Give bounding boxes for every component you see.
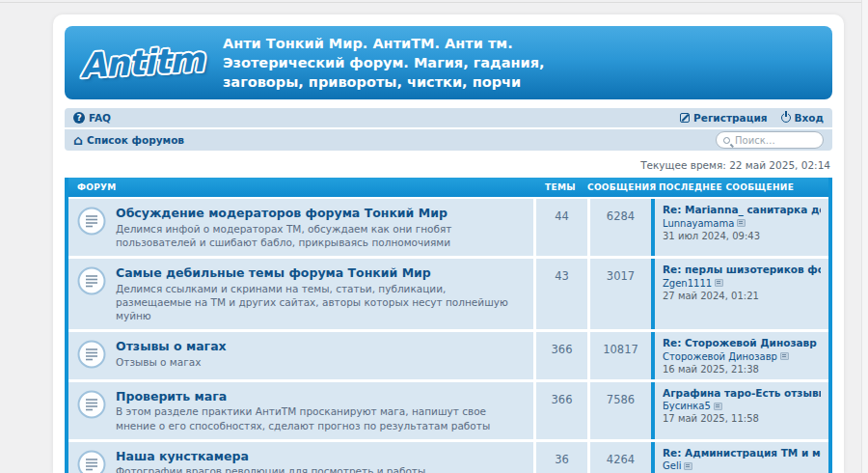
last-post-author-line[interactable]: Сторожевой Динозавр — [663, 350, 821, 363]
search-box[interactable] — [716, 131, 824, 149]
forum-table: ФОРУМ ТЕМЫ СООБЩЕНИЯ ПОСЛЕДНЕЕ СООБЩЕНИЕ… — [65, 178, 832, 473]
forum-row: Наша кунсткамера Фотографии врагов револ… — [68, 439, 828, 473]
current-time: Текущее время: 22 май 2025, 02:14 — [65, 151, 832, 178]
forum-rows: Обсуждение модераторов форума Тонкий Мир… — [68, 197, 828, 473]
topics-count: 36 — [533, 442, 587, 473]
last-post-cell: Re: перлы шизотериков форума … Zgen1111 … — [651, 259, 828, 329]
forum-title-link[interactable]: Наша кунсткамера — [116, 449, 425, 464]
forum-description: Фотографии врагов революции для посмотре… — [116, 464, 425, 473]
column-header-topics: ТЕМЫ — [533, 182, 587, 192]
forum-description: Делимся ссылками и скринами на темы, ста… — [116, 282, 525, 323]
last-post-subject-link[interactable]: Re: Администрация ТМ и модера… — [663, 447, 821, 460]
last-post-cell: Re: Администрация ТМ и модера… Geli 05 м… — [651, 442, 828, 473]
goto-last-post-icon[interactable] — [780, 352, 789, 360]
last-post-subject-link[interactable]: Re: Сторожевой Динозавр — [663, 337, 821, 350]
search-input[interactable] — [735, 135, 812, 146]
last-post-subject-link[interactable]: Аграфина таро-Есть отзывы? — [663, 387, 821, 401]
forum-cell: Проверить мага В этом разделе практики А… — [68, 382, 533, 439]
last-post-author[interactable]: Сторожевой Динозавр — [663, 350, 777, 363]
forum-description: Отзывы о магах — [116, 355, 227, 369]
home-icon: ⌂ — [73, 134, 83, 146]
login-link[interactable]: Вход — [781, 112, 824, 124]
forum-topic-icon — [77, 390, 106, 419]
forum-cell: Самые дебильные темы форума Тонкий Мир Д… — [68, 259, 533, 329]
site-logo[interactable]: Antitm — [79, 41, 204, 86]
site-banner: Antitm Анти Тонкий Мир. АнтиТМ. Анти тм.… — [65, 26, 832, 99]
posts-count: 4264 — [587, 442, 651, 473]
board-index-label: Список форумов — [87, 134, 184, 146]
last-post-date: 31 июл 2024, 09:43 — [663, 230, 821, 242]
forum-topic-icon — [77, 207, 106, 236]
question-icon: ? — [73, 112, 85, 124]
forum-cell: Отзывы о магах Отзывы о магах — [68, 332, 533, 379]
faq-link[interactable]: ? FAQ — [73, 112, 111, 124]
nav-row-breadcrumb: ⌂ Список форумов — [65, 129, 832, 151]
posts-count: 10817 — [587, 332, 651, 379]
forum-page-card: Antitm Анти Тонкий Мир. АнтиТМ. Анти тм.… — [53, 14, 844, 473]
login-label: Вход — [795, 112, 824, 124]
forum-row: Проверить мага В этом разделе практики А… — [68, 379, 828, 439]
column-header-forum: ФОРУМ — [68, 182, 533, 192]
last-post-date: 27 май 2024, 01:21 — [663, 290, 821, 302]
last-post-author[interactable]: Zgen1111 — [663, 277, 712, 290]
last-post-author[interactable]: Бусинка5 — [663, 400, 711, 412]
goto-last-post-icon[interactable] — [714, 403, 722, 410]
forum-topic-icon — [77, 450, 106, 473]
forum-row: Самые дебильные темы форума Тонкий Мир Д… — [68, 256, 828, 329]
last-post-date: 16 май 2025, 21:38 — [663, 363, 821, 376]
last-post-date: 17 май 2025, 11:58 — [663, 412, 821, 425]
forum-table-header: ФОРУМ ТЕМЫ СООБЩЕНИЯ ПОСЛЕДНЕЕ СООБЩЕНИЕ — [68, 178, 828, 197]
nav-row-top: ? FAQ Регистрация Вход — [65, 108, 832, 129]
forum-title-link[interactable]: Обсуждение модераторов форума Тонкий Мир — [116, 206, 525, 221]
forum-cell: Наша кунсткамера Фотографии врагов револ… — [68, 442, 533, 473]
last-post-cell: Re: Marianna_ санитарка дела… Lunnayamam… — [651, 199, 828, 256]
forum-row: Отзывы о магах Отзывы о магах 366 10817 … — [68, 329, 828, 379]
forum-title-link[interactable]: Самые дебильные темы форума Тонкий Мир — [116, 265, 525, 281]
posts-count: 3017 — [587, 259, 651, 329]
column-header-posts: СООБЩЕНИЯ — [587, 182, 651, 192]
register-link[interactable]: Регистрация — [680, 112, 767, 124]
goto-last-post-icon[interactable] — [684, 462, 692, 470]
last-post-author-line[interactable]: Geli — [663, 459, 821, 472]
forum-title-link[interactable]: Проверить мага — [116, 389, 525, 404]
page-top-divider — [0, 2, 868, 3]
topics-count: 43 — [533, 259, 587, 329]
goto-last-post-icon[interactable] — [715, 279, 723, 287]
forum-topic-icon — [77, 340, 106, 369]
column-header-last-post: ПОСЛЕДНЕЕ СООБЩЕНИЕ — [651, 182, 828, 192]
posts-count: 7586 — [587, 382, 651, 439]
power-icon — [781, 113, 791, 123]
last-post-cell: Re: Сторожевой Динозавр Сторожевой Диноз… — [651, 332, 828, 379]
register-label: Регистрация — [693, 112, 767, 124]
topics-count: 366 — [533, 382, 587, 439]
faq-label: FAQ — [89, 112, 111, 124]
forum-description: Делимся инфой о модераторах ТМ, обсуждае… — [116, 222, 525, 249]
forum-title-link[interactable]: Отзывы о магах — [116, 339, 227, 354]
last-post-author-line[interactable]: Lunnayamama — [663, 217, 821, 230]
forum-cell: Обсуждение модераторов форума Тонкий Мир… — [68, 199, 533, 256]
last-post-cell: Аграфина таро-Есть отзывы? Бусинка5 17 м… — [651, 382, 828, 439]
forum-description: В этом разделе практики АнтиТМ просканир… — [116, 404, 525, 431]
scrollbar-track[interactable] — [861, 0, 868, 473]
topics-count: 366 — [533, 332, 587, 379]
last-post-subject-link[interactable]: Re: Marianna_ санитарка дела… — [663, 204, 821, 217]
search-icon — [723, 137, 730, 144]
site-title: Анти Тонкий Мир. АнтиТМ. Анти тм. Эзотер… — [223, 34, 609, 93]
register-icon — [680, 113, 690, 123]
last-post-subject-link[interactable]: Re: перлы шизотериков форума … — [663, 264, 821, 277]
board-index-link[interactable]: ⌂ Список форумов — [73, 134, 184, 146]
goto-last-post-icon[interactable] — [737, 219, 746, 227]
forum-row: Обсуждение модераторов форума Тонкий Мир… — [68, 197, 828, 256]
last-post-author[interactable]: Geli — [663, 459, 681, 472]
topics-count: 44 — [533, 199, 587, 256]
posts-count: 6284 — [587, 199, 651, 256]
last-post-author-line[interactable]: Zgen1111 — [663, 277, 821, 290]
last-post-author-line[interactable]: Бусинка5 — [663, 400, 821, 412]
last-post-author[interactable]: Lunnayamama — [663, 217, 734, 230]
forum-topic-icon — [77, 266, 106, 295]
nav-bars: ? FAQ Регистрация Вход ⌂ Список фору — [65, 108, 832, 151]
